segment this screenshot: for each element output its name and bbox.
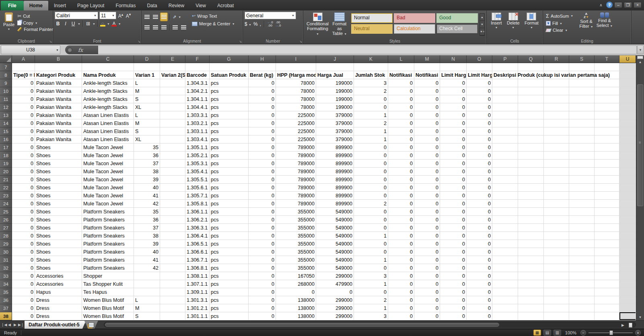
row-header-16[interactable]: 16 <box>0 135 12 143</box>
cell-K31[interactable]: 1 <box>354 256 388 264</box>
cell-H33[interactable]: 0 <box>249 272 276 280</box>
cell-N33[interactable]: 0 <box>440 272 467 280</box>
last-sheet-icon[interactable]: ▶❘ <box>18 322 23 328</box>
cell-J13[interactable]: 379000 <box>316 111 354 119</box>
cell-L35[interactable]: 0 <box>388 288 414 296</box>
cell-L34[interactable]: 0 <box>388 280 414 288</box>
cell-E36[interactable] <box>160 296 185 304</box>
cell-U38[interactable] <box>619 312 636 320</box>
cell-H26[interactable]: 0 <box>249 216 276 224</box>
cell-D23[interactable]: 41 <box>134 192 160 200</box>
cell-T32[interactable] <box>595 264 619 272</box>
cell-F18[interactable]: 1.305.2.1 <box>185 152 210 160</box>
cell-I27[interactable]: 355000 <box>276 224 316 232</box>
cell-Q24[interactable] <box>518 200 544 208</box>
paste-button[interactable]: Paste▼ <box>2 12 16 38</box>
row-header-13[interactable]: 13 <box>0 111 12 119</box>
cell-T13[interactable] <box>595 111 619 119</box>
cell-I36[interactable]: 138000 <box>276 296 316 304</box>
row-header-30[interactable]: 30 <box>0 248 12 256</box>
column-header-I[interactable]: I <box>276 55 316 63</box>
cell-H12[interactable]: 0 <box>249 103 276 111</box>
cell-B19[interactable]: Shoes <box>35 160 82 168</box>
row-header-35[interactable]: 35 <box>0 288 12 296</box>
cell-D38[interactable]: S <box>134 312 160 320</box>
column-header-D[interactable]: D <box>134 55 160 63</box>
cell-D25[interactable]: 35 <box>134 208 160 216</box>
cell-L29[interactable]: 0 <box>388 240 414 248</box>
cell-L10[interactable]: 0 <box>388 87 414 95</box>
cell-B24[interactable]: Shoes <box>35 200 82 208</box>
cell-M8[interactable]: Notifikasi <box>414 71 440 79</box>
cell-B7[interactable] <box>35 63 82 71</box>
column-header-G[interactable]: G <box>210 55 249 63</box>
cell-S37[interactable] <box>569 304 595 312</box>
cell-J18[interactable]: 899900 <box>316 152 354 160</box>
cell-Q7[interactable] <box>518 63 544 71</box>
cell-L20[interactable]: 0 <box>388 168 414 176</box>
cell-Q12[interactable] <box>518 103 544 111</box>
cell-D13[interactable]: L <box>134 111 160 119</box>
cell-P15[interactable] <box>492 127 518 135</box>
cell-P30[interactable] <box>492 248 518 256</box>
zoom-in-button[interactable]: + <box>635 330 641 336</box>
tab-home[interactable]: Home <box>24 1 48 10</box>
cell-R17[interactable] <box>544 143 569 152</box>
cell-K7[interactable] <box>354 63 388 71</box>
cell-F15[interactable]: 1.303.1.1 <box>185 127 210 135</box>
italic-button[interactable]: I <box>62 21 69 27</box>
row-header-8[interactable]: 8 <box>0 71 12 79</box>
cell-I18[interactable]: 789000 <box>276 152 316 160</box>
page-break-view-button[interactable]: ▥ <box>553 330 561 336</box>
clipboard-dialog-launcher-icon[interactable]: ↘ <box>49 40 52 43</box>
cell-K38[interactable]: 3 <box>354 312 388 320</box>
cell-M29[interactable]: 0 <box>414 240 440 248</box>
cell-R35[interactable] <box>544 288 569 296</box>
cell-A32[interactable]: 0 <box>12 264 35 272</box>
cell-K21[interactable]: 0 <box>354 176 388 184</box>
cell-B29[interactable]: Shoes <box>35 240 82 248</box>
cell-G20[interactable]: pcs <box>210 168 249 176</box>
cell-F17[interactable]: 1.305.1.1 <box>185 143 210 152</box>
horizontal-scrollbar[interactable]: ▶ <box>104 322 636 328</box>
cell-D12[interactable]: XL <box>134 103 160 111</box>
cell-K24[interactable]: 2 <box>354 200 388 208</box>
cell-S38[interactable] <box>569 312 595 320</box>
cell-N16[interactable]: 0 <box>440 135 467 143</box>
cell-L33[interactable]: 0 <box>388 272 414 280</box>
conditional-formatting-button[interactable]: Conditional Formatting ▼ <box>305 12 330 37</box>
align-center-button[interactable] <box>152 23 159 32</box>
row-header-19[interactable]: 19 <box>0 160 12 168</box>
cell-P9[interactable] <box>492 79 518 87</box>
cell-M37[interactable]: 0 <box>414 304 440 312</box>
cell-T25[interactable] <box>595 208 619 216</box>
cell-G16[interactable]: pcs <box>210 135 249 143</box>
cell-C26[interactable]: Platform Sneakers <box>82 216 134 224</box>
cell-E13[interactable] <box>160 111 185 119</box>
cell-I10[interactable]: 78000 <box>276 87 316 95</box>
cell-B12[interactable]: Pakaian Wanita <box>35 103 82 111</box>
cell-J17[interactable]: 899900 <box>316 143 354 152</box>
cell-O28[interactable]: 0 <box>467 232 492 240</box>
cell-G8[interactable]: Satuan Produk <box>210 71 249 79</box>
cut-button[interactable]: ✂Cut <box>16 13 54 19</box>
cell-L31[interactable]: 0 <box>388 256 414 264</box>
cell-U11[interactable] <box>619 95 636 103</box>
cell-P27[interactable] <box>492 224 518 232</box>
merge-center-button[interactable]: Merge & Center▼ <box>191 21 236 27</box>
cell-A8[interactable]: Tipe(0 = K <box>12 71 35 79</box>
cell-U31[interactable] <box>619 256 636 264</box>
cell-H13[interactable]: 0 <box>249 111 276 119</box>
cell-H28[interactable]: 0 <box>249 232 276 240</box>
cell-F8[interactable]: Barcode <box>185 71 210 79</box>
cell-H15[interactable]: 0 <box>249 127 276 135</box>
cell-J11[interactable]: 199000 <box>316 95 354 103</box>
cell-E21[interactable] <box>160 176 185 184</box>
cell-F23[interactable]: 1.305.7.1 <box>185 192 210 200</box>
fill-button[interactable]: ▼Fill▼ <box>545 20 574 26</box>
cell-M26[interactable]: 0 <box>414 216 440 224</box>
cell-A19[interactable]: 0 <box>12 160 35 168</box>
cell-C17[interactable]: Mule Tacon Jewel <box>82 143 134 152</box>
cell-A22[interactable]: 0 <box>12 184 35 192</box>
style-chip-good[interactable]: Good <box>436 13 478 23</box>
